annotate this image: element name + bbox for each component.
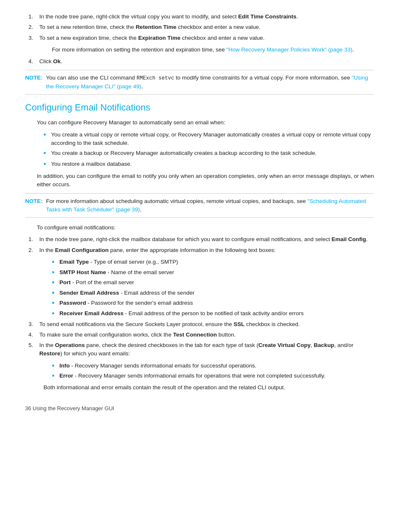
sub-bullet-receiver: • Receiver Email Address - Email address… (25, 309, 374, 319)
bullet-dot: • (52, 299, 56, 308)
step-text: In the Email Configuration pane, enter t… (39, 246, 276, 254)
bullet-text: You create a virtual copy or remote virt… (51, 131, 374, 148)
section-bullets-list: • You create a virtual copy or remote vi… (25, 131, 374, 169)
closing-para: Both informational and error emails cont… (25, 383, 374, 392)
addition-para: In addition, you can configure the email… (25, 172, 374, 189)
section-heading: Configuring Email Notifications (25, 100, 374, 114)
policies-link[interactable]: "How Recovery Manager Policies Work" (pa… (226, 46, 352, 53)
bullet-dot: • (52, 372, 56, 381)
step-num: 5. (28, 341, 36, 358)
bullet-dot: • (52, 289, 56, 298)
cli-link[interactable]: "Using the Recovery Manager CLI" (page 4… (46, 75, 368, 90)
sub-bullet-text: Sender Email Address - Email address of … (59, 289, 194, 298)
bullet-item-3: • You restore a mailbox database. (25, 160, 374, 169)
intro-step-2: 2. To set a new retention time, check th… (25, 23, 374, 31)
sub-bullet-email-type: • Email Type - Type of email server (e.g… (25, 258, 374, 267)
configure-intro: To configure email notifications: (25, 224, 374, 232)
section-intro: You can configure Recovery Manager to au… (25, 118, 374, 127)
step-text: Click Ok. (39, 57, 62, 66)
scheduling-link[interactable]: "Scheduling Automated Tasks with Task Sc… (46, 198, 366, 213)
sub-bullet-text: Info - Recovery Manager sends informatio… (59, 362, 256, 371)
page-footer: 36 Using the Recovery Manager GUI (25, 404, 374, 413)
bullet-dot: • (43, 149, 48, 158)
configure-step-1: 1. In the node tree pane, right-click th… (25, 235, 374, 244)
bullet-dot: • (43, 131, 48, 148)
bullet-item-1: • You create a virtual copy or remote vi… (25, 131, 374, 148)
intro-step-4: 4. Click Ok. (25, 57, 374, 66)
sub-bullet-text: Password - Password for the sender's ema… (59, 299, 193, 308)
bullet-dot: • (43, 160, 48, 169)
bullet-dot: • (52, 278, 56, 288)
configure-step-2: 2. In the Email Configuration pane, ente… (25, 246, 374, 254)
step2-sub-bullets: • Email Type - Type of email server (e.g… (25, 258, 374, 319)
bullet-dot: • (52, 268, 56, 278)
sub-bullet-password: • Password - Password for the sender's e… (25, 299, 374, 308)
step-num: 3. (28, 320, 36, 329)
step-text: In the node tree pane, right-click the m… (39, 235, 368, 244)
note-label-1: NOTE: (25, 74, 43, 82)
sub-bullet-text: Receiver Email Address - Email address o… (59, 309, 304, 319)
bullet-dot: • (52, 309, 56, 319)
step-num: 4. (28, 331, 36, 339)
bullet-text: You restore a mailbox database. (51, 160, 132, 169)
step-num: 4. (28, 57, 36, 66)
sub-bullet-text: Error - Recovery Manager sends informati… (59, 372, 325, 381)
step-num: 1. (28, 235, 36, 244)
sub-bullet-text: SMTP Host Name - Name of the email serve… (59, 268, 174, 278)
intro-step4-list: 4. Click Ok. (25, 57, 374, 66)
step3-note: For more information on setting the rete… (25, 46, 374, 54)
bullet-dot: • (52, 362, 56, 371)
sub-bullet-error: • Error - Recovery Manager sends informa… (25, 372, 374, 381)
bullet-dot: • (52, 258, 56, 267)
sub-bullet-smtp: • SMTP Host Name - Name of the email ser… (25, 268, 374, 278)
bullet-text: You create a backup or Recovery Manager … (51, 149, 317, 158)
intro-step-3: 3. To set a new expiration time, check t… (25, 34, 374, 42)
step-text: To make sure the email configuration wor… (39, 331, 235, 339)
step-num: 3. (28, 34, 36, 42)
intro-step-1: 1. In the node tree pane, right-click th… (25, 13, 374, 21)
step-num: 2. (28, 23, 36, 31)
note-block-2: NOTE: For more information about schedul… (25, 193, 374, 218)
sub-bullet-sender: • Sender Email Address - Email address o… (25, 289, 374, 298)
configure-steps-3-5: 3. To send email notifications via the S… (25, 320, 374, 358)
step-text: To send email notifications via the Secu… (39, 320, 300, 329)
step-num: 2. (28, 246, 36, 254)
step-text: To set a new expiration time, check the … (39, 34, 265, 42)
note-text-1: You can also use the CLI command RMExch … (46, 74, 374, 91)
note-text-2: For more information about scheduling au… (46, 197, 374, 214)
step-text: In the Operations pane, check the desire… (39, 341, 374, 358)
step-text: To set a new retention time, check the R… (39, 23, 261, 31)
step-num: 1. (28, 13, 36, 21)
note-label-2: NOTE: (25, 197, 43, 206)
configure-step-5: 5. In the Operations pane, check the des… (25, 341, 374, 358)
step5-sub-bullets: • Info - Recovery Manager sends informat… (25, 362, 374, 381)
configure-step-4: 4. To make sure the email configuration … (25, 331, 374, 339)
configure-steps-list: 1. In the node tree pane, right-click th… (25, 235, 374, 254)
step-text: In the node tree pane, right-click the v… (39, 13, 298, 21)
sub-bullet-text: Email Type - Type of email server (e.g.,… (59, 258, 178, 267)
note-block-1: NOTE: You can also use the CLI command R… (25, 70, 374, 95)
configure-step-3: 3. To send email notifications via the S… (25, 320, 374, 329)
sub-bullet-info: • Info - Recovery Manager sends informat… (25, 362, 374, 371)
sub-bullet-text: Port - Port of the email server (59, 278, 134, 288)
bullet-item-2: • You create a backup or Recovery Manage… (25, 149, 374, 158)
intro-steps-list: 1. In the node tree pane, right-click th… (25, 13, 374, 42)
sub-bullet-port: • Port - Port of the email server (25, 278, 374, 288)
